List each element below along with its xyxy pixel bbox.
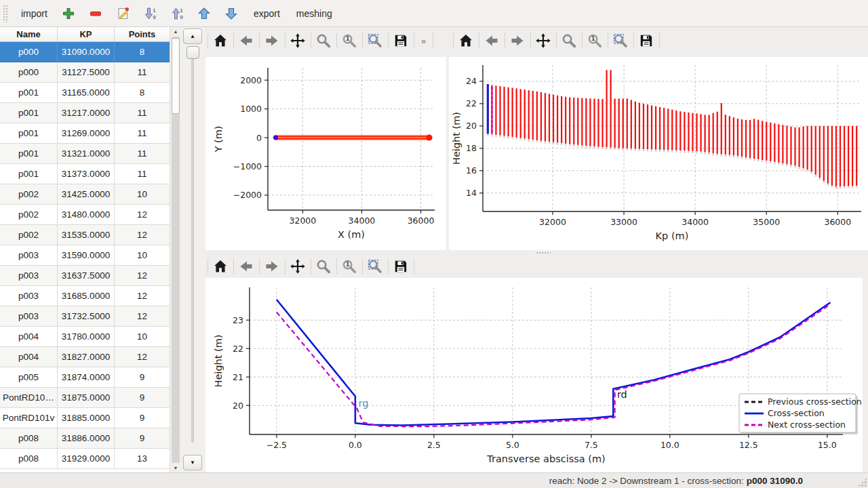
sort-descending-button[interactable]: 1 9 <box>139 2 162 25</box>
column-header-kp[interactable]: KP <box>58 27 115 41</box>
table-row[interactable]: p00131321.000011 <box>0 144 170 164</box>
import-button[interactable]: import <box>15 4 54 23</box>
forward-button[interactable] <box>261 256 283 277</box>
toolbar-overflow-icon[interactable]: » <box>416 36 431 46</box>
toolbar-grip[interactable] <box>3 5 8 22</box>
table-row[interactable]: p00131373.000011 <box>0 164 170 184</box>
svg-text:24: 24 <box>466 76 477 86</box>
back-button[interactable] <box>235 256 258 277</box>
svg-text:22: 22 <box>466 98 477 108</box>
table-row[interactable]: PontRD10…31875.00009 <box>0 388 170 408</box>
home-button[interactable] <box>210 256 232 277</box>
forward-button[interactable] <box>261 30 283 52</box>
remove-button[interactable] <box>85 2 108 25</box>
table-row[interactable]: p00031127.500011 <box>0 62 170 83</box>
toolbar-separator <box>608 33 608 49</box>
save-button[interactable] <box>390 30 412 52</box>
toolbar-separator <box>388 33 389 49</box>
cell-name: p001 <box>0 164 58 184</box>
table-row[interactable]: p00331590.000010 <box>0 245 170 266</box>
svg-text:1: 1 <box>591 35 595 42</box>
cell-kp: 31373.0000 <box>58 164 115 184</box>
cell-name: p003 <box>0 286 58 306</box>
zoom-button[interactable] <box>313 256 335 277</box>
home-icon <box>212 33 229 49</box>
plan-plot-canvas[interactable]: 320003400036000−2000−1000010002000X (m)Y… <box>205 57 446 250</box>
table-row[interactable]: p00831886.00009 <box>0 428 170 449</box>
table-row[interactable]: p00331732.500012 <box>0 306 170 327</box>
edit-button[interactable] <box>112 2 135 25</box>
resize-grip-icon[interactable] <box>858 478 867 487</box>
table-row[interactable]: p00331637.500012 <box>0 266 170 286</box>
x-axis-label: X (m) <box>338 229 365 240</box>
back-button[interactable] <box>235 30 258 52</box>
home-button[interactable] <box>455 30 477 52</box>
table-scrollbar[interactable]: ▲ ▼ <box>170 27 181 472</box>
scroll-down-icon[interactable]: ▼ <box>170 466 181 470</box>
toolbar-separator <box>453 33 454 49</box>
table-row[interactable]: p00131165.00008 <box>0 83 170 103</box>
toolbar-separator <box>336 258 337 274</box>
scroll-up-icon[interactable]: ▲ <box>170 29 181 34</box>
profile-plot-toolbar: 1 <box>452 27 868 54</box>
column-header-name[interactable]: Name <box>0 27 58 41</box>
cell-kp: 31732.5000 <box>58 306 115 326</box>
zoom-selection-icon: 1 <box>587 33 603 49</box>
table-row[interactable]: p00131217.000011 <box>0 103 170 123</box>
column-header-points[interactable]: Points <box>115 27 170 41</box>
move-up-button[interactable] <box>193 2 216 25</box>
save-icon <box>393 33 409 49</box>
pan-button[interactable] <box>287 256 309 277</box>
cell-points: 12 <box>115 225 170 245</box>
table-row[interactable]: p00431780.000010 <box>0 327 170 347</box>
section-plot-canvas[interactable]: −2.50.02.55.07.510.012.515.020212223Tran… <box>205 278 863 472</box>
zoom-selection-button[interactable]: 1 <box>338 256 361 277</box>
back-button[interactable] <box>481 30 503 52</box>
slider-track[interactable] <box>191 47 194 443</box>
horizontal-splitter[interactable] <box>205 250 868 255</box>
save-button[interactable] <box>635 30 658 52</box>
pan-button[interactable] <box>287 30 309 52</box>
slider-up-button[interactable]: ▲ <box>183 28 202 44</box>
svg-text:1000: 1000 <box>240 104 262 114</box>
toolbar-separator <box>233 33 234 49</box>
table-row[interactable]: p00531874.00009 <box>0 367 170 388</box>
table-row[interactable]: p00231535.000012 <box>0 225 170 245</box>
toolbar-separator <box>633 33 634 49</box>
zoom-rect-button[interactable] <box>364 256 387 277</box>
pan-button[interactable] <box>532 30 555 52</box>
table-row[interactable]: p00131269.000011 <box>0 123 170 144</box>
home-button[interactable] <box>210 30 232 52</box>
export-button[interactable]: export <box>248 4 286 23</box>
zoom-rect-icon <box>367 258 383 274</box>
svg-text:33000: 33000 <box>610 217 637 227</box>
scrollbar-thumb[interactable] <box>172 38 180 114</box>
table-row[interactable]: p00431827.000012 <box>0 347 170 367</box>
zoom-rect-button[interactable] <box>610 30 632 52</box>
profile-plot-canvas[interactable]: 3200033000340003500036000141618202224Kp … <box>449 57 868 250</box>
cell-name: p002 <box>0 205 58 224</box>
selected-section-point <box>273 136 278 140</box>
table-row[interactable]: p00031090.00008 <box>0 42 170 62</box>
table-row[interactable]: p00231425.000010 <box>0 184 170 205</box>
slider-handle[interactable] <box>186 46 199 59</box>
table-row[interactable]: p00231480.000012 <box>0 205 170 225</box>
save-button[interactable] <box>390 256 412 277</box>
add-button[interactable] <box>58 2 81 25</box>
cell-points: 11 <box>115 62 170 82</box>
slider-down-button[interactable]: ▼ <box>183 455 202 470</box>
cell-name: p004 <box>0 347 58 367</box>
zoom-button[interactable] <box>313 30 335 52</box>
plan-plot-toolbar: 1» <box>206 27 448 54</box>
zoom-selection-button[interactable]: 1 <box>338 30 361 52</box>
sort-ascending-button[interactable]: 1 9 <box>166 2 189 25</box>
table-row[interactable]: p00331685.000012 <box>0 286 170 306</box>
move-down-button[interactable] <box>220 2 243 25</box>
forward-button[interactable] <box>507 30 529 52</box>
meshing-button[interactable]: meshing <box>290 4 338 23</box>
zoom-selection-button[interactable]: 1 <box>584 30 606 52</box>
table-row[interactable]: PontRD101v31885.00009 <box>0 408 170 428</box>
zoom-button[interactable] <box>558 30 580 52</box>
zoom-rect-button[interactable] <box>364 30 387 52</box>
table-row[interactable]: p00831929.000013 <box>0 449 170 469</box>
